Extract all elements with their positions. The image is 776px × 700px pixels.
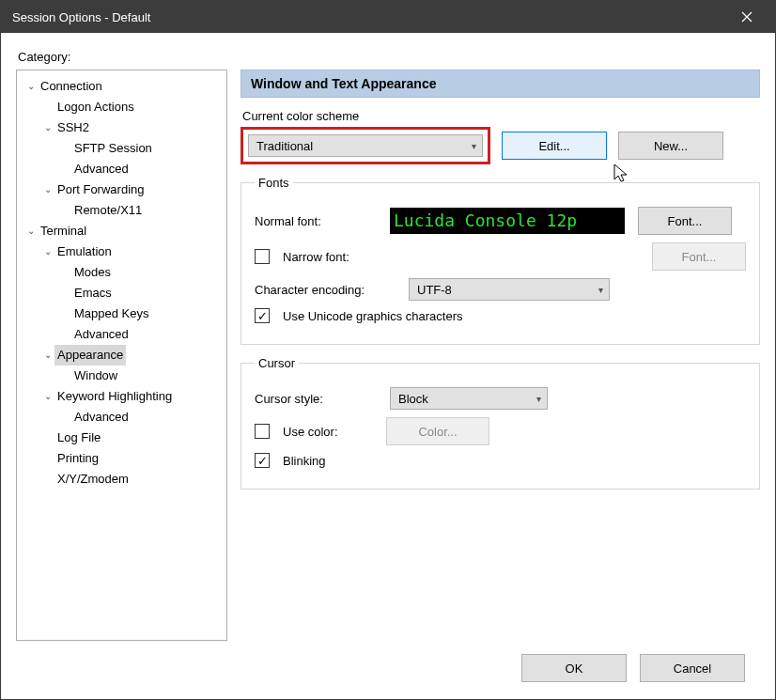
tree-item[interactable]: Emacs (23, 283, 226, 303)
scheme-label: Current color scheme (242, 109, 760, 123)
color-scheme-value: Traditional (256, 139, 313, 153)
tree-item-label: Remote/X11 (71, 200, 145, 221)
cursor-style-value: Block (398, 392, 428, 406)
tree-item[interactable]: SFTP Session (23, 138, 226, 159)
tree-item[interactable]: Window (23, 366, 226, 386)
unicode-checkbox[interactable] (255, 308, 270, 323)
tree-item-label: Port Forwarding (54, 179, 147, 200)
color-button: Color... (386, 417, 489, 445)
edit-button[interactable]: Edit... (502, 132, 607, 160)
ok-button[interactable]: OK (521, 654, 627, 682)
chevron-down-icon: ▾ (472, 141, 476, 151)
tree-item-label: Logon Actions (54, 97, 137, 117)
unicode-label: Use Unicode graphics characters (283, 309, 462, 323)
use-color-label: Use color: (283, 425, 373, 439)
title-bar: Session Options - Default (1, 1, 775, 33)
tree-item-label: Emulation (54, 241, 115, 262)
tree-item[interactable]: Remote/X11 (23, 200, 226, 221)
tree-item-label: SFTP Session (71, 138, 155, 159)
tree-item-label: Window (71, 366, 120, 386)
normal-font-label: Normal font: (255, 214, 377, 228)
tree-item-label: Advanced (71, 324, 132, 345)
tree-item[interactable]: Printing (23, 448, 226, 469)
panel-header: Window and Text Appearance (241, 70, 760, 98)
cursor-style-dropdown[interactable]: Block ▾ (390, 387, 548, 410)
cancel-button[interactable]: Cancel (640, 654, 745, 682)
expander-icon[interactable]: ⌄ (24, 221, 38, 241)
narrow-font-checkbox[interactable] (255, 249, 270, 264)
cursor-group: Cursor Cursor style: Block ▾ Use color: … (241, 356, 760, 490)
tree-item-label: Advanced (71, 407, 132, 428)
cursor-style-label: Cursor style: (255, 392, 377, 406)
tree-item-label: Connection (38, 76, 105, 97)
tree-item[interactable]: Modes (23, 262, 226, 283)
expander-icon[interactable]: ⌄ (24, 76, 38, 97)
tree-item[interactable]: Log File (23, 428, 226, 448)
tree-item-label: Mapped Keys (71, 303, 152, 324)
narrow-font-button: Font... (652, 242, 746, 271)
blinking-checkbox[interactable] (255, 453, 270, 468)
tree-item[interactable]: Mapped Keys (23, 303, 226, 324)
narrow-font-label: Narrow font: (283, 250, 639, 264)
tree-item[interactable]: ⌄Terminal (23, 221, 226, 241)
close-icon[interactable] (726, 1, 768, 33)
expander-icon[interactable]: ⌄ (41, 386, 54, 407)
window-title: Session Options - Default (12, 10, 726, 24)
tree-item-label: Printing (54, 448, 101, 469)
color-scheme-dropdown[interactable]: Traditional ▾ (248, 134, 483, 157)
encoding-label: Character encoding: (255, 283, 396, 297)
tree-item[interactable]: ⌄Keyword Highlighting (23, 386, 226, 407)
category-tree[interactable]: ⌄ConnectionLogon Actions⌄SSH2SFTP Sessio… (16, 70, 227, 641)
expander-icon[interactable]: ⌄ (41, 179, 54, 200)
tree-item[interactable]: Advanced (23, 324, 226, 345)
tree-item[interactable]: ⌄Emulation (23, 241, 226, 262)
expander-icon[interactable]: ⌄ (41, 345, 54, 366)
tree-item[interactable]: ⌄SSH2 (23, 117, 226, 138)
cursor-legend: Cursor (255, 356, 299, 370)
encoding-value: UTF-8 (417, 283, 452, 297)
expander-icon[interactable]: ⌄ (41, 117, 54, 138)
blinking-label: Blinking (283, 454, 326, 468)
fonts-legend: Fonts (255, 176, 293, 190)
scheme-highlight: Traditional ▾ (241, 127, 490, 164)
category-label: Category: (18, 50, 760, 64)
font-preview: Lucida Console 12p (390, 208, 625, 234)
use-color-checkbox[interactable] (255, 424, 270, 439)
tree-item[interactable]: X/Y/Zmodem (23, 469, 226, 490)
tree-item[interactable]: Logon Actions (23, 97, 226, 117)
encoding-dropdown[interactable]: UTF-8 ▾ (409, 278, 610, 301)
tree-item[interactable]: ⌄Connection (23, 76, 226, 97)
tree-item[interactable]: ⌄Port Forwarding (23, 179, 226, 200)
fonts-group: Fonts Normal font: Lucida Console 12p Fo… (241, 176, 760, 345)
tree-item-label: Appearance (54, 345, 126, 366)
tree-item-label: Emacs (71, 283, 115, 303)
font-button[interactable]: Font... (638, 207, 732, 235)
tree-item-label: SSH2 (54, 117, 92, 138)
new-button[interactable]: New... (618, 132, 723, 160)
tree-item-label: Advanced (71, 159, 132, 179)
chevron-down-icon: ▾ (536, 394, 541, 404)
tree-item-label: Log File (54, 428, 103, 448)
tree-item-label: X/Y/Zmodem (54, 469, 132, 490)
tree-item[interactable]: ⌄Appearance (23, 345, 226, 366)
tree-item-label: Modes (71, 262, 114, 283)
tree-item[interactable]: Advanced (23, 159, 226, 179)
expander-icon[interactable]: ⌄ (41, 241, 54, 262)
tree-item-label: Terminal (38, 221, 89, 241)
tree-item-label: Keyword Highlighting (54, 386, 175, 407)
chevron-down-icon: ▾ (598, 285, 603, 295)
tree-item[interactable]: Advanced (23, 407, 226, 428)
